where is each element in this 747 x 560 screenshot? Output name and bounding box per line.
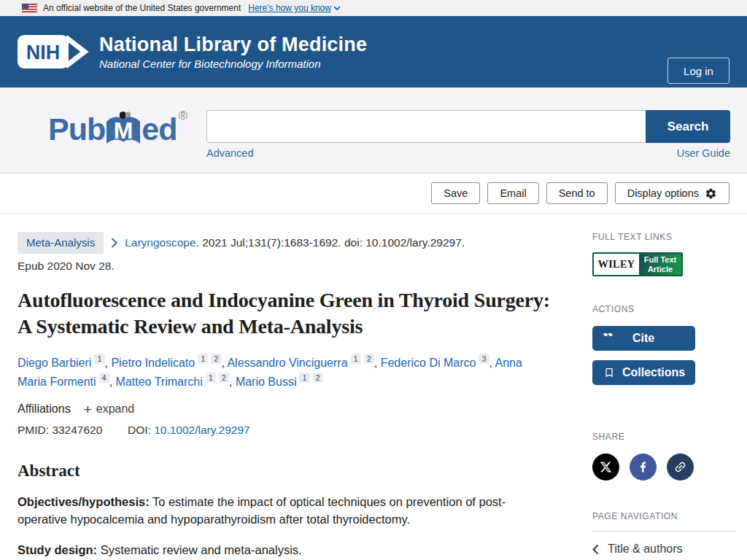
chevron-right-icon	[111, 238, 117, 248]
share-x-button[interactable]	[592, 454, 619, 481]
heres-how-you-know-link[interactable]: Here's how you know	[248, 3, 341, 13]
save-button[interactable]: Save	[431, 182, 480, 204]
author-affiliation-sup[interactable]: 3	[479, 354, 489, 364]
facebook-icon	[636, 460, 650, 474]
author-link[interactable]: Mario Bussi	[236, 376, 297, 388]
chevron-down-icon	[333, 6, 341, 11]
author-separator: ,	[109, 376, 116, 388]
author-separator: ,	[229, 376, 236, 388]
author-affiliation-sup[interactable]: 1	[206, 373, 216, 383]
author-link[interactable]: Diego Barbieri	[18, 357, 91, 369]
author-affiliation-sup[interactable]: 4	[99, 373, 109, 383]
author-link[interactable]: Federico Di Marco	[381, 357, 476, 369]
share-label: SHARE	[592, 432, 735, 442]
page-navigation-label: PAGE NAVIGATION	[592, 511, 735, 521]
author-affiliation-sup[interactable]: 1	[94, 354, 104, 364]
nih-header: NIH National Library of Medicine Nationa…	[0, 16, 747, 88]
search-input[interactable]	[206, 110, 646, 143]
affiliations-label: Affiliations	[18, 402, 71, 416]
chevron-left-icon	[592, 544, 599, 555]
registered-mark: ®	[178, 109, 187, 123]
breadcrumb: Meta-Analysis Laryngoscope . 2021 Jul;13…	[18, 232, 554, 254]
share-row	[592, 454, 735, 481]
author-separator: ,	[374, 357, 381, 369]
nih-logo-icon: NIH	[18, 31, 90, 72]
nih-acronym: NIH	[26, 42, 61, 63]
nav-item-title-authors[interactable]: Title & authors	[592, 542, 735, 556]
citation-text: . 2021 Jul;131(7):1683-1692. doi: 10.100…	[196, 234, 465, 252]
ncbi-subtitle: National Center for Biotechnology Inform…	[99, 58, 367, 70]
send-to-button[interactable]: Send to	[546, 182, 608, 204]
pmid-value: 33247620	[52, 424, 102, 436]
author-link[interactable]: Alessandro Vinciguerra	[227, 357, 347, 369]
author-affiliation-sup[interactable]: 1	[299, 373, 309, 383]
nlm-logo[interactable]: NIH National Library of Medicine Nationa…	[18, 31, 367, 72]
abstract-paragraph: Study design: Systematic review and meta…	[18, 541, 554, 559]
article-column: Meta-Analysis Laryngoscope . 2021 Jul;13…	[18, 232, 554, 560]
link-icon	[673, 460, 687, 474]
email-button[interactable]: Email	[487, 182, 538, 204]
affiliations-expand-button[interactable]: + expand	[84, 402, 135, 416]
nlm-title: National Library of Medicine	[99, 34, 367, 56]
x-icon	[600, 461, 612, 473]
wiley-logo: WILEY	[594, 254, 639, 275]
wiley-full-text-button[interactable]: WILEY Full Text Article	[592, 252, 683, 276]
pubmed-logo-m: M	[114, 117, 133, 144]
doi-label: DOI:	[128, 424, 151, 436]
journal-link[interactable]: Laryngoscope	[125, 234, 196, 252]
author-affiliation-sup[interactable]: 2	[313, 373, 323, 383]
bookmark-icon	[603, 367, 615, 378]
author-link[interactable]: Pietro Indelicato	[111, 357, 195, 369]
pubmed-logo-pub: Pub	[48, 107, 105, 151]
search-section: Pub M ed ® Search Advanced User Guide	[0, 88, 747, 174]
share-facebook-button[interactable]	[630, 454, 657, 481]
author-affiliation-sup[interactable]: 2	[211, 354, 221, 364]
gear-icon	[705, 187, 717, 200]
abstract-heading: Abstract	[18, 462, 554, 481]
author-affiliation-sup[interactable]: 1	[198, 354, 208, 364]
pmid-label: PMID:	[18, 424, 49, 436]
sidebar: FULL TEXT LINKS WILEY Full Text Article …	[592, 232, 735, 560]
page-navigation-divider	[592, 531, 735, 532]
author-link[interactable]: Matteo Trimarchi	[116, 376, 203, 388]
main-content: Meta-Analysis Laryngoscope . 2021 Jul;13…	[0, 214, 747, 560]
quote-icon: “	[603, 333, 614, 343]
publication-type-badge[interactable]: Meta-Analysis	[18, 232, 104, 254]
advanced-search-link[interactable]: Advanced	[206, 147, 254, 159]
identifiers-row: PMID: 33247620 DOI: 10.1002/lary.29297	[18, 424, 554, 437]
article-title: Autofluorescence and Indocyanine Green i…	[18, 287, 554, 341]
user-guide-link[interactable]: User Guide	[677, 147, 730, 159]
cite-button[interactable]: “ Cite	[592, 326, 695, 351]
gov-banner: An official website of the United States…	[0, 0, 747, 16]
login-button[interactable]: Log in	[667, 58, 729, 84]
gov-banner-text: An official website of the United States…	[43, 3, 241, 13]
wiley-full-text-line2: Article	[648, 265, 673, 274]
share-permalink-button[interactable]	[667, 454, 694, 481]
plus-icon: +	[84, 402, 92, 416]
author-affiliation-sup[interactable]: 2	[219, 373, 229, 383]
epub-date: Epub 2020 Nov 28.	[18, 260, 554, 273]
article-action-bar: Save Email Send to Display options	[0, 174, 747, 214]
author-affiliation-sup[interactable]: 2	[364, 354, 374, 364]
collections-button[interactable]: Collections	[592, 360, 695, 385]
abstract-body: Objectives/hypothesis: To estimate the i…	[18, 493, 554, 560]
wiley-full-text-line1: Full Text	[644, 255, 676, 265]
doi-link[interactable]: 10.1002/lary.29297	[154, 424, 250, 436]
full-text-links-label: FULL TEXT LINKS	[592, 232, 735, 242]
pubmed-book-icon: M	[104, 107, 143, 151]
author-separator: ,	[489, 357, 495, 369]
search-button[interactable]: Search	[646, 110, 730, 143]
pubmed-logo-ed: ed	[142, 107, 177, 151]
us-flag-icon	[22, 4, 37, 12]
pubmed-logo[interactable]: Pub M ed ®	[48, 107, 187, 151]
display-options-button[interactable]: Display options	[615, 182, 729, 204]
author-list: Diego Barbieri1, Pietro Indelicato12, Al…	[18, 354, 554, 392]
author-affiliation-sup[interactable]: 1	[351, 354, 361, 364]
abstract-paragraph: Objectives/hypothesis: To estimate the i…	[18, 493, 554, 529]
actions-label: ACTIONS	[592, 304, 735, 314]
